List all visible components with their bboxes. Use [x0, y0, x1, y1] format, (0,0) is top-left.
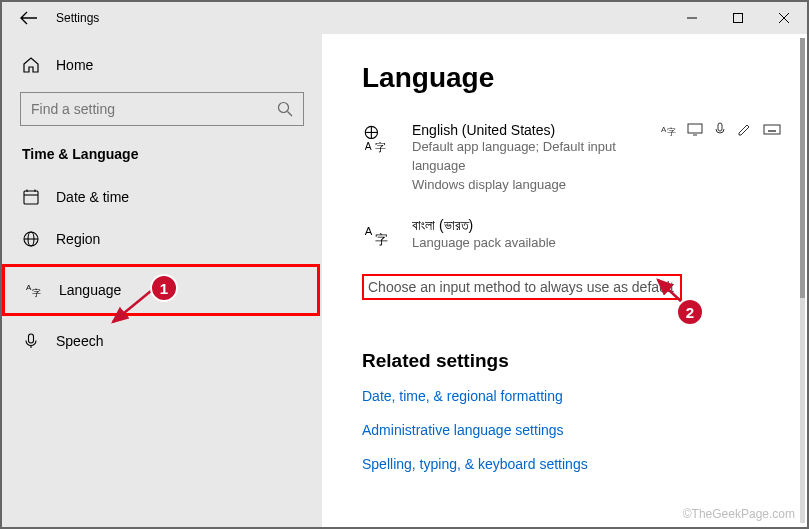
language-glyph-icon: A字 [362, 124, 392, 154]
home-label: Home [56, 57, 93, 73]
close-button[interactable] [761, 2, 807, 34]
svg-rect-27 [764, 125, 780, 134]
content-pane: Language A字 English (United States) Defa… [322, 34, 807, 527]
nav-label: Language [59, 282, 121, 298]
svg-line-5 [288, 112, 293, 117]
language-title: English (United States) [412, 122, 641, 138]
language-feature-icons: A字 [661, 122, 781, 136]
language-item-english[interactable]: A字 English (United States) Default app l… [362, 122, 781, 195]
related-settings-heading: Related settings [362, 350, 781, 372]
search-input[interactable] [20, 92, 304, 126]
search-icon [277, 101, 293, 117]
microphone-icon [22, 332, 40, 350]
page-title: Language [362, 62, 781, 94]
scrollbar[interactable] [800, 38, 805, 523]
language-title: বাংলা (ভারত) [412, 217, 781, 234]
watermark: ©TheGeekPage.com [683, 507, 795, 521]
search-field[interactable] [31, 101, 277, 117]
language-icon: A字 [25, 281, 43, 299]
svg-text:字: 字 [667, 127, 676, 136]
svg-rect-15 [29, 334, 34, 343]
svg-text:A: A [365, 141, 372, 152]
home-nav[interactable]: Home [2, 46, 322, 84]
language-glyph-icon: A字 [362, 219, 392, 249]
sidebar-item-date-time[interactable]: Date & time [2, 176, 322, 218]
keyboard-icon [763, 122, 781, 136]
back-icon[interactable] [20, 11, 38, 25]
svg-text:字: 字 [375, 232, 388, 247]
handwriting-icon [737, 122, 753, 136]
nav-label: Region [56, 231, 100, 247]
choose-input-method-link[interactable]: Choose an input method to always use as … [362, 274, 682, 300]
related-link-spelling[interactable]: Spelling, typing, & keyboard settings [362, 456, 781, 472]
svg-rect-24 [688, 124, 702, 133]
maximize-button[interactable] [715, 2, 761, 34]
svg-text:字: 字 [32, 288, 41, 298]
svg-text:字: 字 [375, 141, 386, 153]
section-title: Time & Language [2, 138, 322, 176]
nav-label: Date & time [56, 189, 129, 205]
clock-icon [22, 188, 40, 206]
language-item-bengali[interactable]: A字 বাংলা (ভারত) Language pack available [362, 217, 781, 253]
sidebar-item-language[interactable]: A字 Language [2, 264, 320, 316]
scrollbar-thumb[interactable] [800, 38, 805, 298]
speech-icon [713, 122, 727, 136]
window-title: Settings [56, 11, 99, 25]
titlebar: Settings [2, 2, 807, 34]
minimize-button[interactable] [669, 2, 715, 34]
related-link-admin-lang[interactable]: Administrative language settings [362, 422, 781, 438]
home-icon [22, 56, 40, 74]
display-icon [687, 122, 703, 136]
language-subtitle: Default app language; Default input lang… [412, 138, 641, 176]
svg-text:A: A [365, 224, 373, 236]
sidebar: Home Time & Language Date & time [2, 34, 322, 527]
sidebar-item-speech[interactable]: Speech [2, 320, 322, 362]
sidebar-item-region[interactable]: Region [2, 218, 322, 260]
svg-rect-6 [24, 191, 38, 204]
nav-label: Speech [56, 333, 103, 349]
language-subtitle: Language pack available [412, 234, 781, 253]
svg-rect-26 [718, 123, 722, 131]
text-to-speech-icon: A字 [661, 122, 677, 136]
settings-window: Settings Home Tim [0, 0, 809, 529]
language-subtitle2: Windows display language [412, 176, 641, 195]
globe-icon [22, 230, 40, 248]
svg-rect-1 [734, 14, 743, 23]
svg-point-4 [279, 103, 289, 113]
related-link-date-time[interactable]: Date, time, & regional formatting [362, 388, 781, 404]
